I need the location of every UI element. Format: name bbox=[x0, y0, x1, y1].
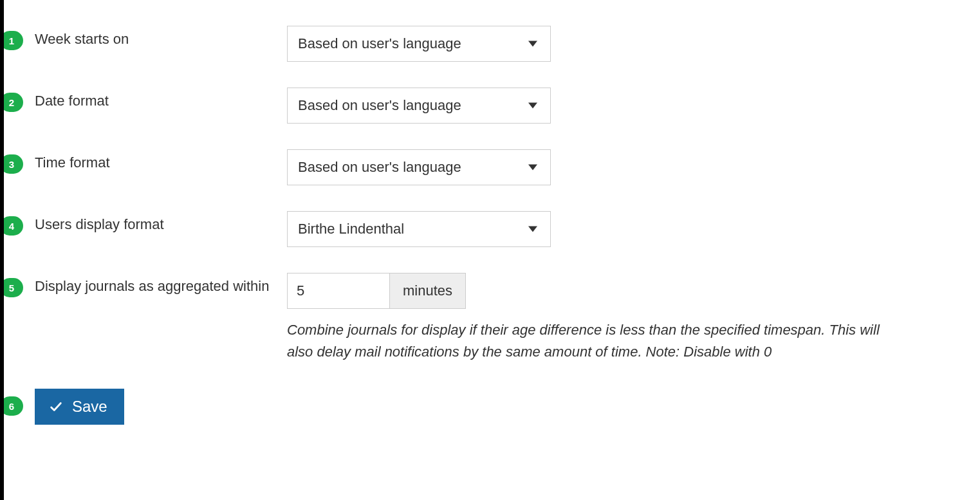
users-display-format-value: Birthe Lindenthal bbox=[298, 221, 404, 237]
caret-down-icon bbox=[528, 41, 537, 47]
step-badge-3: 3 bbox=[0, 154, 23, 174]
journals-aggregated-input[interactable] bbox=[287, 273, 390, 309]
step-badge-4: 4 bbox=[0, 216, 23, 236]
journals-aggregated-unit: minutes bbox=[390, 273, 466, 309]
date-format-select[interactable]: Based on user's language bbox=[287, 88, 551, 124]
caret-down-icon bbox=[528, 227, 537, 232]
save-button-label: Save bbox=[72, 398, 107, 416]
caret-down-icon bbox=[528, 165, 537, 171]
step-badge-5: 5 bbox=[0, 278, 23, 297]
users-display-format-select[interactable]: Birthe Lindenthal bbox=[287, 211, 551, 247]
week-starts-label: Week starts on bbox=[35, 31, 129, 47]
date-format-value: Based on user's language bbox=[298, 97, 461, 114]
step-badge-1: 1 bbox=[0, 31, 23, 50]
date-format-label: Date format bbox=[35, 93, 109, 109]
journals-aggregated-help: Combine journals for display if their ag… bbox=[287, 319, 905, 363]
week-starts-value: Based on user's language bbox=[298, 35, 461, 52]
check-icon bbox=[49, 400, 63, 414]
time-format-label: Time format bbox=[35, 154, 110, 171]
step-badge-2: 2 bbox=[0, 93, 23, 112]
time-format-select[interactable]: Based on user's language bbox=[287, 149, 551, 185]
journals-aggregated-label: Display journals as aggregated within bbox=[35, 278, 269, 294]
time-format-value: Based on user's language bbox=[298, 159, 461, 176]
step-badge-6: 6 bbox=[0, 396, 23, 416]
save-button[interactable]: Save bbox=[35, 389, 124, 425]
week-starts-select[interactable]: Based on user's language bbox=[287, 26, 551, 62]
users-display-format-label: Users display format bbox=[35, 216, 164, 232]
caret-down-icon bbox=[528, 103, 537, 109]
